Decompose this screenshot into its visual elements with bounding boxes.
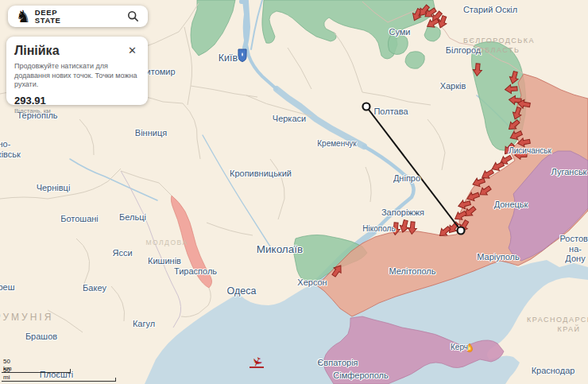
ruler-panel-title: Лінійка bbox=[14, 44, 60, 58]
scale-mi-label: 50 mi bbox=[3, 367, 10, 381]
ruler-instructions: Продовжуйте натискати для додавання нови… bbox=[14, 62, 140, 90]
close-icon[interactable]: ✕ bbox=[125, 44, 140, 57]
measure-point-end bbox=[458, 227, 465, 235]
ruler-distance-value: 293.91 bbox=[14, 95, 140, 107]
transnistria-strip bbox=[171, 196, 211, 288]
scale-line-km bbox=[2, 369, 71, 373]
deepstate-map-app: ✈ КиївЖитомирВінницяТернопільІвано- Фран… bbox=[0, 0, 588, 384]
knight-logo-icon: ♞ bbox=[16, 8, 31, 25]
deepstate-logo-card[interactable]: ♞ DEEP STATE bbox=[8, 6, 148, 27]
ruler-distance-label: Відстань, км bbox=[14, 107, 140, 114]
measure-point-start bbox=[363, 103, 370, 111]
scale-line-mi bbox=[2, 378, 116, 382]
ruler-measurement[interactable] bbox=[363, 103, 465, 235]
search-button[interactable] bbox=[126, 10, 140, 24]
logo-line2: STATE bbox=[35, 16, 61, 25]
logo-text: DEEP STATE bbox=[35, 9, 61, 24]
kyiv-shield-icon bbox=[238, 49, 246, 62]
search-icon bbox=[127, 10, 139, 22]
ruler-panel: Лінійка ✕ Продовжуйте натискати для дода… bbox=[6, 37, 148, 105]
